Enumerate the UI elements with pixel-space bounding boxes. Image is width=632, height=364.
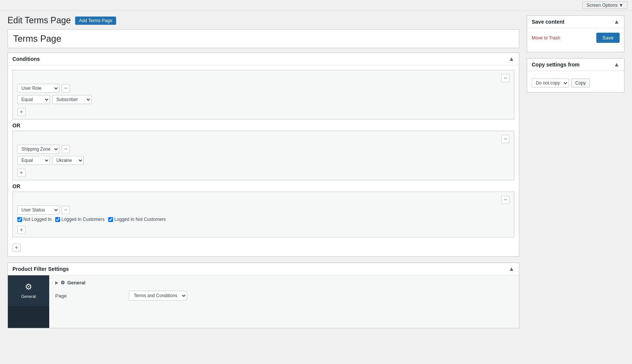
not-logged-in-checkbox[interactable] [17, 217, 22, 222]
page-title-input[interactable] [13, 33, 514, 44]
copy-settings-header: Copy settings from ▲ [527, 59, 624, 71]
condition-2-operator-select[interactable]: Equal Not Equal [17, 156, 50, 165]
pfs-layout: ⚙ General ▶ ⚙ General Page [8, 275, 519, 328]
condition-3-checkboxes: Not Logged In Logged In Customers Logged… [17, 217, 510, 222]
condition-1-type-select[interactable]: User Role Shipping Zone User Status [17, 84, 59, 93]
add-terms-page-button[interactable]: Add Terms Page [75, 17, 116, 25]
conditions-metabox-header[interactable]: Conditions ▲ [8, 53, 519, 65]
checkbox-logged-in-customers: Logged In Customers [55, 217, 104, 222]
or-label-1: OR [12, 122, 514, 128]
sidebar-panel: Save content ▲ Move to Trash Save Copy s… [527, 15, 624, 356]
save-content-body: Move to Trash Save [527, 28, 624, 52]
copy-settings-row: Do not copy Copy [532, 79, 620, 88]
conditions-group-3: − User Status User Role Shipping Zone − [12, 192, 514, 237]
general-gear-icon: ⚙ [25, 282, 32, 292]
remove-condition-2-button[interactable]: − [62, 145, 70, 153]
save-button[interactable]: Save [596, 33, 620, 43]
pfs-sidebar-general[interactable]: ⚙ General [8, 275, 49, 306]
pfs-sidebar-general-label: General [21, 294, 36, 299]
condition-row-2-type: Shipping Zone User Role User Status − [17, 145, 510, 154]
add-condition-2-button[interactable]: + [17, 169, 26, 177]
product-filter-body: ⚙ General ▶ ⚙ General Page [8, 275, 519, 328]
product-filter-metabox-header[interactable]: Product Filter Settings ▲ [8, 263, 519, 275]
condition-row-1-type: User Role Shipping Zone User Status − [17, 84, 510, 93]
condition-2-type-select[interactable]: Shipping Zone User Role User Status [17, 145, 59, 154]
pfs-sidebar: ⚙ General [8, 275, 49, 328]
condition-row-1-value: Equal Not Equal Subscriber Administrator… [17, 95, 510, 104]
pfs-gear-icon: ⚙ [60, 280, 65, 285]
logged-in-customers-checkbox[interactable] [55, 217, 60, 222]
pfs-chevron-icon: ▶ [55, 281, 58, 285]
save-content-title: Save content [532, 19, 564, 25]
logged-in-not-customers-checkbox[interactable] [108, 217, 113, 222]
remove-group-1-button[interactable]: − [501, 74, 510, 82]
remove-group-2-button[interactable]: − [501, 135, 510, 143]
copy-settings-metabox: Copy settings from ▲ Do not copy Copy [527, 58, 624, 92]
copy-from-select[interactable]: Do not copy [532, 79, 569, 88]
save-content-metabox: Save content ▲ Move to Trash Save [527, 15, 624, 52]
pfs-page-select[interactable]: Terms and Conditions Privacy Policy Refu… [129, 291, 187, 301]
pfs-section-header[interactable]: ▶ ⚙ General [55, 280, 513, 285]
logged-in-not-customers-label: Logged In Not Customers [114, 217, 166, 222]
copy-settings-collapse-button[interactable]: ▲ [614, 62, 620, 68]
copy-settings-body: Do not copy Copy [527, 71, 624, 92]
save-content-collapse-button[interactable]: ▲ [614, 19, 620, 25]
checkbox-not-logged-in: Not Logged In [17, 217, 51, 222]
not-logged-in-label: Not Logged In [23, 217, 51, 222]
condition-3-type-select[interactable]: User Status User Role Shipping Zone [17, 205, 59, 214]
add-condition-3-button[interactable]: + [17, 226, 26, 234]
condition-1-value-select[interactable]: Subscriber Administrator Customer [52, 95, 92, 104]
conditions-metabox: Conditions ▲ − User Role Shipping Zone U… [8, 53, 519, 257]
copy-button[interactable]: Copy [571, 79, 590, 88]
conditions-group-2: − Shipping Zone User Role User Status − … [12, 131, 514, 180]
checkbox-logged-in-not-customers: Logged In Not Customers [108, 217, 166, 222]
add-condition-1-button[interactable]: + [17, 108, 26, 116]
condition-2-value-select[interactable]: Ukraine Germany USA [52, 156, 84, 165]
condition-row-2-value: Equal Not Equal Ukraine Germany USA [17, 156, 510, 165]
product-filter-collapse-button[interactable]: ▲ [508, 266, 514, 272]
save-row: Move to Trash Save [532, 33, 620, 43]
product-filter-title: Product Filter Settings [12, 266, 69, 272]
add-group-button[interactable]: + [12, 243, 21, 252]
condition-row-3-type: User Status User Role Shipping Zone − [17, 205, 510, 214]
remove-group-3-button[interactable]: − [501, 196, 510, 204]
conditions-collapse-button[interactable]: ▲ [508, 56, 514, 62]
pfs-content: ▶ ⚙ General Page Terms and Conditions Pr… [49, 275, 519, 328]
or-label-2: OR [12, 183, 514, 189]
remove-condition-1-button[interactable]: − [62, 84, 70, 92]
condition-1-operator-select[interactable]: Equal Not Equal [17, 95, 50, 104]
conditions-group-1: − User Role Shipping Zone User Status − … [12, 70, 514, 119]
save-content-header: Save content ▲ [527, 16, 624, 28]
logged-in-customers-label: Logged In Customers [61, 217, 104, 222]
pfs-section-title: General [67, 280, 85, 285]
pfs-page-label: Page [55, 293, 123, 299]
page-title: Edit Terms Page [8, 15, 71, 26]
pfs-page-field-row: Page Terms and Conditions Privacy Policy… [55, 291, 513, 301]
screen-options-button[interactable]: Screen Options ▼ [582, 2, 627, 9]
product-filter-metabox: Product Filter Settings ▲ ⚙ General [8, 263, 519, 328]
conditions-title: Conditions [12, 56, 40, 62]
copy-settings-title: Copy settings from [532, 62, 580, 68]
conditions-metabox-body: − User Role Shipping Zone User Status − … [8, 65, 519, 256]
move-to-trash-link[interactable]: Move to Trash [532, 35, 560, 41]
remove-condition-3-button[interactable]: − [62, 206, 70, 214]
